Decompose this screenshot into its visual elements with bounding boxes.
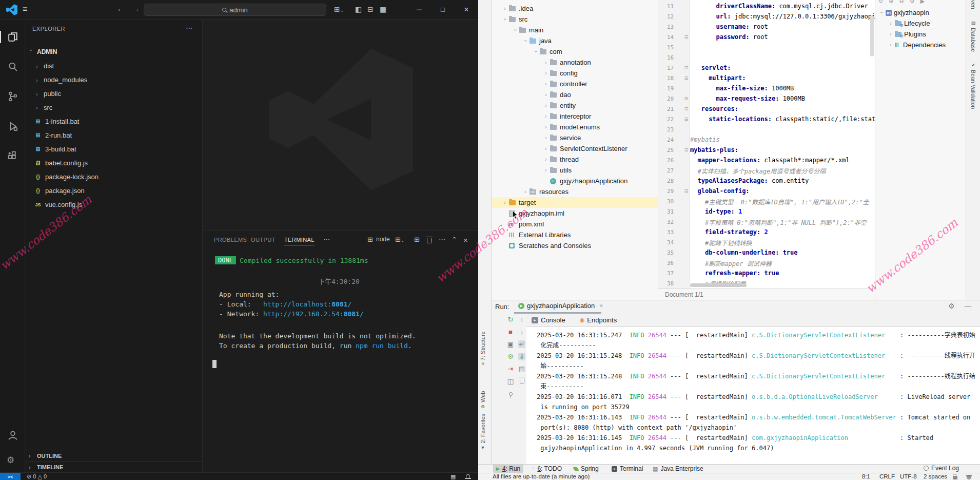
- account-icon[interactable]: [7, 429, 19, 441]
- up-stacktrace-icon[interactable]: ↑: [520, 316, 524, 323]
- source-control-icon[interactable]: [7, 90, 19, 103]
- command-center-search[interactable]: admin: [144, 4, 326, 16]
- tree-item-utils[interactable]: ›utils: [492, 165, 658, 176]
- yaml-editor[interactable]: 11 driverClassName: com.mysql.cj.jdbc.Dr…: [662, 0, 875, 289]
- explorer-file-1-install.bat[interactable]: ⊞1-install.bat: [25, 114, 202, 128]
- tool-tab-favorites[interactable]: ★2: Favorites: [480, 414, 486, 450]
- tree-item-resources[interactable]: ›resources: [492, 186, 658, 197]
- explorer-icon[interactable]: [7, 31, 19, 43]
- tool-window-tab-Spring[interactable]: Spring: [571, 465, 602, 473]
- tree-item-main[interactable]: ›main: [492, 25, 658, 35]
- tool-tab-web[interactable]: ⊕Web: [480, 391, 486, 409]
- tool-window-tab-Terminal[interactable]: >Terminal: [609, 465, 646, 473]
- split-editor-icon[interactable]: ⊞⌄: [334, 5, 344, 13]
- tree-item-controller[interactable]: ›controller: [492, 79, 658, 89]
- editor-line-21[interactable]: 21⊟ resources:: [662, 104, 875, 114]
- editor-line-34[interactable]: 34 #驼峰下划线转换: [662, 237, 875, 247]
- back-icon[interactable]: ←: [117, 5, 124, 13]
- editor-line-23[interactable]: 23: [662, 124, 875, 135]
- explorer-folder-src[interactable]: ›src: [25, 101, 202, 114]
- explorer-more-icon[interactable]: ⋯: [186, 24, 193, 32]
- maximize-panel-icon[interactable]: ⌃: [452, 236, 457, 243]
- soft-wrap-icon[interactable]: ↵: [518, 340, 526, 348]
- tab-output[interactable]: OUTPUT: [251, 237, 276, 243]
- explorer-file-2-run.bat[interactable]: ⊞2-run.bat: [25, 128, 202, 142]
- editor-line-27[interactable]: 27 #实体扫描，多个package用逗号或者分号分隔: [662, 165, 875, 176]
- tool-window-tab-6: TODO[interactable]: ≡6: TODO: [528, 465, 565, 473]
- run-debug-icon[interactable]: [7, 120, 19, 132]
- file-encoding[interactable]: UTF-8: [900, 473, 917, 479]
- close-button[interactable]: ×: [455, 0, 478, 19]
- forward-icon[interactable]: →: [132, 5, 140, 13]
- explorer-file-babel.config.js[interactable]: Bbabel.config.js: [25, 156, 202, 170]
- clear-console-icon[interactable]: [520, 377, 524, 385]
- editor-line-32[interactable]: 32 #字段策略 0:"忽略判断",1:"非 NULL 判断"),2:"非空: [662, 217, 875, 227]
- editor-line-33[interactable]: 33 field-strategy: 2: [662, 227, 875, 237]
- tree-item-src[interactable]: ›src: [492, 14, 658, 25]
- toggle-panel-icon[interactable]: ⊟: [367, 5, 374, 13]
- tree-item-target[interactable]: ›target: [492, 197, 658, 208]
- ports-icon[interactable]: ▦: [450, 473, 456, 480]
- remote-indicator[interactable]: ><: [0, 473, 21, 480]
- editor-line-37[interactable]: 37 refresh-mapper: true: [662, 268, 875, 278]
- editor-line-30[interactable]: 30 #主键类型 0:"数据库ID自增", 1:"用户输入ID",2:"全: [662, 196, 875, 206]
- indent-setting[interactable]: 2 spaces: [924, 473, 947, 479]
- tree-item-thread[interactable]: ›thread: [492, 154, 658, 165]
- event-log-button[interactable]: Event Log: [924, 465, 959, 472]
- notifications-bell-icon[interactable]: [466, 474, 470, 478]
- explorer-file-3-build.bat[interactable]: ⊞3-build.bat: [25, 142, 202, 156]
- tree-item-model.enums[interactable]: ›model.enums: [492, 122, 658, 132]
- extensions-icon[interactable]: [7, 150, 19, 162]
- exit-icon[interactable]: ⇥: [508, 365, 514, 373]
- toggle-sidebar-icon[interactable]: ◧: [355, 5, 362, 13]
- editor-line-18[interactable]: 18⊟ multipart:: [662, 73, 875, 83]
- tree-item-annotation[interactable]: ›annotation: [492, 57, 658, 68]
- settings-gear-icon[interactable]: ⚙: [7, 455, 19, 467]
- editor-line-11[interactable]: 11 driverClassName: com.mysql.cj.jdbc.Dr…: [662, 1, 875, 11]
- tree-item-com[interactable]: ›com: [492, 46, 658, 57]
- hide-panel-icon[interactable]: —: [965, 302, 971, 310]
- kill-terminal-icon[interactable]: [427, 237, 432, 245]
- explorer-folder-node_modules[interactable]: ›node_modules: [25, 73, 202, 87]
- coverage-icon[interactable]: ⚙: [507, 353, 514, 360]
- search-sidebar-icon[interactable]: [7, 61, 19, 73]
- editor-line-13[interactable]: 13 username: root: [662, 22, 875, 32]
- editor-line-26[interactable]: 26 mapper-locations: classpath*:mapper/*…: [662, 155, 875, 165]
- editor-line-29[interactable]: 29⊟ global-config:: [662, 186, 875, 196]
- maven-item-Lifecycle[interactable]: ›Lifecycle: [875, 18, 966, 29]
- editor-line-31[interactable]: 31 id-type: 1: [662, 206, 875, 217]
- panel-views-more-icon[interactable]: ⋯: [439, 236, 445, 243]
- tree-item-dao[interactable]: ›dao: [492, 89, 658, 100]
- tab-console[interactable]: ▸Console: [532, 316, 565, 324]
- editor-line-17[interactable]: 17⊟ servlet:: [662, 63, 875, 73]
- explorer-file-vue.config.js[interactable]: JSvue.config.js: [25, 198, 202, 212]
- editor-line-14[interactable]: 14⊟ password: root: [662, 32, 875, 42]
- explorer-folder-public[interactable]: ›public: [25, 87, 202, 101]
- minimize-button[interactable]: ─: [407, 0, 431, 19]
- editor-vscrollbar[interactable]: [870, 15, 874, 56]
- scroll-to-end-icon[interactable]: ⇓: [518, 353, 526, 360]
- maven-root[interactable]: ›mgxjyzhaopin: [875, 7, 966, 18]
- tree-item-config[interactable]: ›config: [492, 68, 658, 79]
- tree-item-interceptor[interactable]: ›interceptor: [492, 111, 658, 122]
- close-panel-icon[interactable]: ×: [463, 236, 468, 244]
- tree-item-entity[interactable]: ›entity: [492, 100, 658, 111]
- tree-item-Scratches and Consoles[interactable]: Scratches and Consoles: [492, 240, 658, 251]
- tool-tab-maven[interactable]: ven: [970, 0, 976, 9]
- run-configuration-tab[interactable]: ▶ gxjyzhaopinApplication ×: [518, 302, 603, 310]
- editor-line-22[interactable]: 22⊟ static-locations: classpath:static/,…: [662, 114, 875, 124]
- tree-item-External Libraries[interactable]: |||External Libraries: [492, 229, 658, 240]
- tool-tab-bean-validation[interactable]: ✔Bean Validation: [970, 63, 976, 109]
- editor-line-28[interactable]: 28 typeAliasesPackage: com.entity: [662, 176, 875, 186]
- run-settings-gear-icon[interactable]: ⚙: [948, 302, 955, 310]
- pin-icon[interactable]: [509, 390, 513, 397]
- explorer-root[interactable]: › ADMIN: [25, 45, 202, 59]
- tree-item-java[interactable]: ›java: [492, 35, 658, 46]
- customize-layout-icon[interactable]: ▦: [380, 5, 386, 13]
- stop-icon[interactable]: ■: [508, 328, 513, 336]
- editor-line-24[interactable]: 24#mybatis: [662, 135, 875, 145]
- lock-icon[interactable]: [953, 473, 957, 479]
- editor-line-36[interactable]: 36 #刷新mapper 调试神器: [662, 258, 875, 268]
- tool-window-tab-4: Run[interactable]: ▶4: Run: [493, 465, 523, 473]
- outline-section[interactable]: › OUTLINE: [25, 450, 202, 461]
